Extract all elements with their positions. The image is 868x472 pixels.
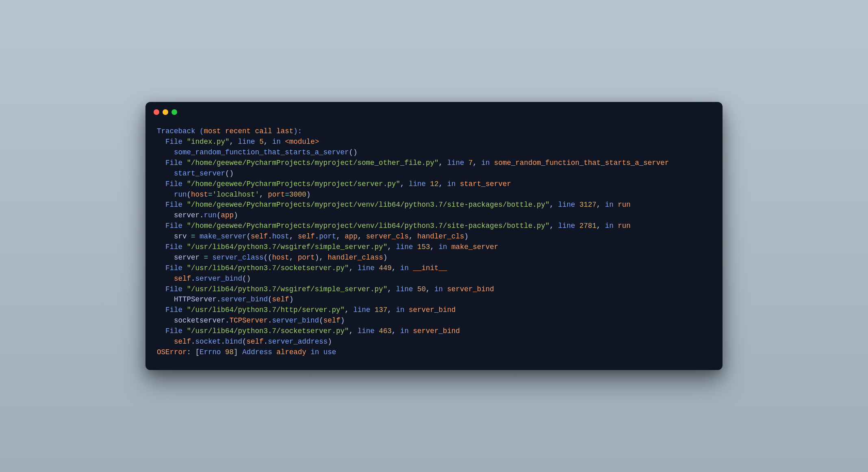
code-token: =: [208, 191, 213, 199]
line-number: 5: [259, 138, 264, 146]
function-name: <module>: [285, 138, 319, 146]
code-token: socket: [195, 338, 221, 346]
code-token: ,: [336, 232, 345, 240]
file-label: File: [165, 180, 182, 188]
sep: ,: [438, 180, 447, 188]
in-label: in: [272, 138, 281, 146]
code-token: (): [225, 169, 234, 178]
file-label: File: [165, 327, 182, 335]
code-token: start_server: [174, 169, 225, 178]
file-path: "/home/geewee/PycharmProjects/myproject/…: [187, 159, 439, 167]
code-token: ): [328, 338, 332, 346]
code-token: 'localhost': [213, 191, 260, 199]
file-label: File: [165, 201, 182, 209]
code-token: (: [319, 316, 323, 325]
traceback-header-note: most recent call last: [204, 127, 294, 135]
error-msg-word: use: [323, 348, 336, 356]
code-token: .: [268, 316, 272, 325]
in-label: in: [434, 285, 443, 293]
code-token: [195, 232, 200, 240]
code-token: .: [268, 232, 272, 240]
function-name: some_random_function_that_starts_a_serve…: [494, 159, 669, 167]
code-token: host: [272, 253, 289, 262]
line-label: line: [358, 327, 375, 335]
code-token: port: [268, 191, 285, 199]
code-token: ,: [259, 191, 268, 199]
code-token: make_server: [200, 232, 247, 240]
minimize-icon[interactable]: [163, 109, 168, 115]
code-token: =: [204, 253, 208, 262]
line-label: line: [353, 306, 370, 314]
sep: ,: [392, 327, 400, 335]
code-token: run: [174, 191, 187, 199]
maximize-icon[interactable]: [171, 109, 177, 115]
sep: ,: [549, 222, 558, 230]
in-label: in: [438, 243, 447, 251]
line-label: line: [396, 243, 413, 251]
in-label: in: [400, 327, 409, 335]
function-name: run: [618, 201, 631, 209]
file-label: File: [165, 159, 182, 167]
code-token: server: [174, 253, 204, 262]
sep: ,: [473, 159, 481, 167]
line-label: line: [396, 285, 413, 293]
line-number: 153: [417, 243, 430, 251]
code-token: (: [217, 211, 221, 219]
in-label: in: [605, 201, 614, 209]
function-name: server_bind: [413, 327, 460, 335]
line-number: 3127: [579, 201, 597, 209]
code-token: socketserver: [174, 316, 225, 325]
code-token: server_class: [213, 253, 264, 262]
in-label: in: [400, 264, 409, 272]
code-token: ,: [358, 232, 366, 240]
code-token: (): [242, 275, 251, 283]
close-icon[interactable]: [154, 109, 159, 115]
line-label: line: [238, 138, 255, 146]
code-token: app: [221, 211, 234, 219]
code-token: host: [191, 191, 208, 199]
file-label: File: [165, 285, 182, 293]
sep: ,: [345, 306, 353, 314]
sep: ,: [349, 327, 358, 335]
errno-label: Errno: [200, 348, 221, 356]
sep: ,: [387, 285, 396, 293]
code-token: server_cls: [366, 232, 409, 240]
code-token: handler_class: [328, 253, 383, 262]
code-token: server_bind: [272, 316, 319, 325]
sep: ,: [430, 243, 438, 251]
file-path: "/usr/lib64/python3.7/wsgiref/simple_ser…: [187, 243, 388, 251]
error-type: OSError: [157, 348, 187, 356]
function-name: server_bind: [409, 306, 456, 314]
code-token: server: [174, 211, 200, 219]
terminal-output: Traceback (most recent call last): File …: [145, 118, 723, 370]
in-label: in: [605, 222, 614, 230]
file-label: File: [165, 306, 182, 314]
error-msg-word: in: [310, 348, 319, 356]
line-number: 137: [375, 306, 388, 314]
code-token: (: [187, 191, 191, 199]
code-token: self: [174, 338, 191, 346]
code-token: ): [306, 191, 311, 199]
code-token: self: [247, 338, 264, 346]
sep: ,: [549, 201, 558, 209]
sep: ,: [387, 306, 396, 314]
code-token: ),: [315, 253, 328, 262]
sep: ,: [387, 243, 396, 251]
code-token: 3000: [289, 191, 306, 199]
sep: ,: [597, 222, 605, 230]
file-path: "index.py": [187, 138, 230, 146]
code-token: ): [464, 232, 469, 240]
line-number: 12: [430, 180, 438, 188]
code-token: [208, 253, 213, 262]
file-path: "/home/geewee/PycharmProjects/myproject/…: [187, 201, 550, 209]
file-path: "/home/geewee/PycharmProjects/myproject/…: [187, 180, 400, 188]
file-label: File: [165, 138, 182, 146]
error-msg-word: already: [276, 348, 306, 356]
line-number: 449: [379, 264, 392, 272]
code-token: self: [251, 232, 268, 240]
function-name: server_bind: [447, 285, 494, 293]
code-token: self: [174, 275, 191, 283]
code-token: run: [204, 211, 217, 219]
sep: ,: [392, 264, 400, 272]
code-token: ): [234, 211, 238, 219]
